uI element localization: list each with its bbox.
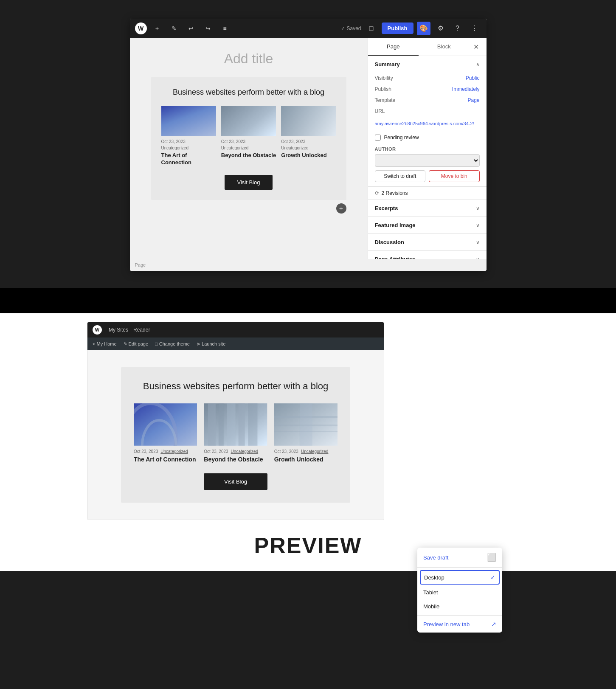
bottom-content: W My Sites Reader < My Home ✎ Edit page … bbox=[0, 313, 616, 520]
browser-content: Business websites perform better with a … bbox=[87, 350, 384, 520]
redo-button[interactable]: ↪ bbox=[201, 22, 215, 35]
summary-header[interactable]: Summary ∧ bbox=[368, 56, 487, 73]
page-title-area[interactable]: Add title bbox=[151, 51, 346, 67]
preview-post-meta-3: Oct 23, 2023 Uncategorized bbox=[274, 449, 338, 454]
back-link[interactable]: < My Home bbox=[93, 341, 117, 346]
move-to-bin-button[interactable]: Move to bin bbox=[429, 170, 480, 182]
revisions-icon: ⟳ bbox=[375, 190, 379, 196]
tab-block[interactable]: Block bbox=[419, 38, 470, 56]
editor-body: Add title Business websites perform bett… bbox=[130, 38, 487, 259]
sidebar-section-summary: Summary ∧ Visibility Public Publish Imme… bbox=[368, 56, 487, 187]
svg-rect-8 bbox=[248, 403, 258, 446]
preview-visit-blog-button[interactable]: Visit Blog bbox=[204, 473, 267, 490]
preview-post-meta-1: Oct 23, 2023 Uncategorized bbox=[134, 449, 197, 454]
publish-value[interactable]: Immediately bbox=[452, 86, 480, 92]
undo-button[interactable]: ↩ bbox=[184, 22, 198, 35]
visibility-label: Visibility bbox=[375, 75, 393, 81]
mobile-option[interactable]: Mobile bbox=[417, 599, 502, 613]
editor-window: W ＋ ✎ ↩ ↪ ≡ Saved □ Publish 🎨 ⚙ ? ⋮ bbox=[130, 19, 487, 271]
visit-blog-button[interactable]: Visit Blog bbox=[225, 175, 273, 190]
sidebar-close-button[interactable]: ✕ bbox=[470, 40, 483, 54]
tablet-label: Tablet bbox=[423, 589, 438, 596]
preview-options: Desktop ✓ Tablet Mobile bbox=[417, 568, 502, 615]
post-category-1: Uncategorized bbox=[161, 146, 216, 150]
sidebar-content: Summary ∧ Visibility Public Publish Imme… bbox=[368, 56, 487, 259]
discussion-chevron-icon: ∨ bbox=[476, 239, 480, 245]
sidebar-section-page-attributes: Page Attributes ∨ bbox=[368, 251, 487, 259]
svg-rect-6 bbox=[227, 403, 236, 446]
tab-page[interactable]: Page bbox=[368, 38, 419, 56]
post-title-3: Growth Unlocked bbox=[281, 152, 336, 159]
summary-title: Summary bbox=[375, 61, 400, 67]
url-field-label-row: URL bbox=[368, 106, 487, 117]
post-image-2 bbox=[221, 106, 276, 136]
view-toggle-button[interactable]: □ bbox=[365, 22, 378, 35]
options-button[interactable]: ⋮ bbox=[468, 22, 481, 35]
post-meta-1: Oct 23, 2023 bbox=[161, 139, 216, 144]
discussion-header[interactable]: Discussion ∨ bbox=[368, 234, 487, 250]
pending-review-checkbox[interactable] bbox=[375, 135, 381, 141]
save-draft-button[interactable]: Save draft bbox=[423, 554, 448, 561]
settings-toggle-button[interactable]: ⚙ bbox=[434, 22, 447, 35]
editor-canvas[interactable]: Add title Business websites perform bett… bbox=[130, 38, 368, 259]
post-category-3: Uncategorized bbox=[281, 146, 336, 150]
editor-toolbar: W ＋ ✎ ↩ ↪ ≡ Saved □ Publish 🎨 ⚙ ? ⋮ bbox=[130, 19, 487, 38]
pending-review-label: Pending review bbox=[384, 135, 419, 141]
edit-page-link[interactable]: ✎ Edit page bbox=[124, 341, 149, 347]
editor-canvas-footer: + bbox=[151, 200, 346, 217]
list-view-button[interactable]: ≡ bbox=[218, 22, 232, 35]
preview-dropdown-header: Save draft ⬜ bbox=[417, 548, 502, 568]
my-sites-link[interactable]: My Sites bbox=[109, 327, 128, 333]
template-value[interactable]: Page bbox=[467, 97, 479, 103]
template-field: Template Page bbox=[368, 95, 487, 106]
browser-topbar: W My Sites Reader bbox=[87, 322, 384, 337]
featured-image-chevron-icon: ∨ bbox=[476, 222, 480, 228]
reader-link[interactable]: Reader bbox=[133, 327, 150, 333]
visibility-value[interactable]: Public bbox=[466, 75, 480, 81]
sidebar-section-featured-image: Featured image ∨ bbox=[368, 217, 487, 234]
svg-rect-5 bbox=[219, 403, 224, 446]
mobile-label: Mobile bbox=[423, 603, 439, 610]
url-value[interactable]: amylawrence2b8b25c964.wordpres s.com/34-… bbox=[375, 121, 474, 126]
desktop-label: Desktop bbox=[424, 574, 444, 581]
add-block-canvas-button[interactable]: + bbox=[336, 203, 346, 214]
author-field: AUTHOR Switch to draft Move to bin bbox=[368, 144, 487, 186]
preview-label-section: PREVIEW bbox=[0, 520, 616, 571]
preview-post-title-1: The Art of Connection bbox=[134, 456, 197, 463]
revisions-row[interactable]: ⟳ 2 Revisions bbox=[368, 187, 487, 200]
blog-post-item-1: Oct 23, 2023 Uncategorized The Art of Co… bbox=[161, 106, 216, 166]
url-field: amylawrence2b8b25c964.wordpres s.com/34-… bbox=[368, 117, 487, 131]
desktop-check-icon: ✓ bbox=[490, 574, 495, 581]
tablet-option[interactable]: Tablet bbox=[417, 585, 502, 599]
revisions-label: 2 Revisions bbox=[382, 190, 408, 196]
post-title-1: The Art of Connection bbox=[161, 152, 216, 166]
wp-logo-icon[interactable]: W bbox=[135, 22, 147, 34]
add-block-toolbar-button[interactable]: ＋ bbox=[150, 22, 164, 35]
editor-canvas-bottom: Page bbox=[130, 259, 487, 271]
visibility-field: Visibility Public bbox=[368, 73, 487, 84]
browser-adminbar: < My Home ✎ Edit page □ Change theme ⊳ L… bbox=[87, 337, 384, 350]
sidebar-tabs: Page Block ✕ bbox=[368, 38, 487, 56]
excerpts-chevron-icon: ∨ bbox=[476, 205, 480, 211]
author-select[interactable] bbox=[375, 154, 480, 167]
launch-site-link[interactable]: ⊳ Launch site bbox=[197, 341, 225, 347]
styles-button[interactable]: 🎨 bbox=[417, 22, 430, 35]
preview-new-tab-button[interactable]: Preview in new tab bbox=[423, 621, 470, 627]
featured-image-header[interactable]: Featured image ∨ bbox=[368, 217, 487, 233]
post-meta-3: Oct 23, 2023 bbox=[281, 139, 336, 144]
page-attributes-header[interactable]: Page Attributes ∨ bbox=[368, 251, 487, 259]
switch-to-draft-button[interactable]: Switch to draft bbox=[375, 170, 426, 182]
help-button[interactable]: ? bbox=[451, 22, 464, 35]
tools-button[interactable]: ✎ bbox=[167, 22, 181, 35]
page-attributes-title: Page Attributes bbox=[375, 256, 416, 259]
change-theme-link[interactable]: □ Change theme bbox=[155, 341, 190, 346]
excerpts-header[interactable]: Excerpts ∨ bbox=[368, 200, 487, 217]
preview-device-icon[interactable]: ⬜ bbox=[487, 553, 496, 562]
publish-button[interactable]: Publish bbox=[382, 22, 413, 34]
desktop-option[interactable]: Desktop ✓ bbox=[420, 570, 500, 585]
preview-browser-window: W My Sites Reader < My Home ✎ Edit page … bbox=[87, 322, 384, 520]
preview-post-item-3: Oct 23, 2023 Uncategorized Growth Unlock… bbox=[274, 403, 338, 463]
post-image-3 bbox=[281, 106, 336, 136]
template-label: Template bbox=[375, 97, 396, 103]
summary-chevron-icon: ∧ bbox=[476, 62, 480, 67]
